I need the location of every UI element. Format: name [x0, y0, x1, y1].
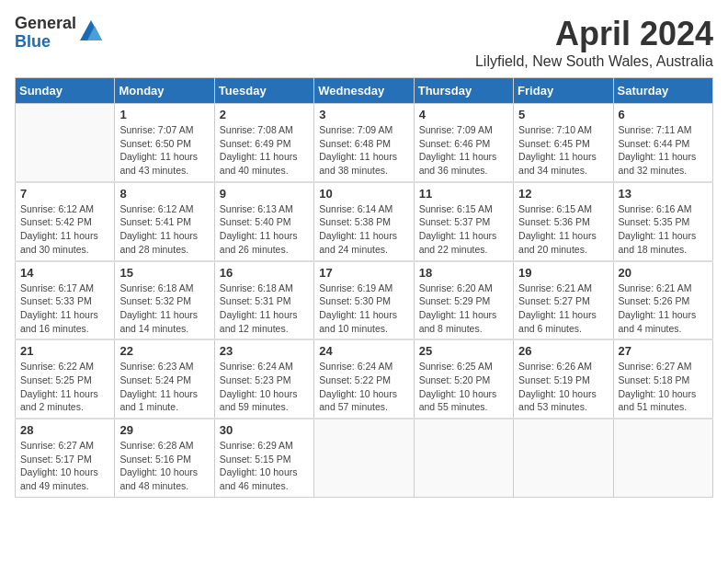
day-number: 16 [220, 266, 309, 280]
day-info: Sunrise: 6:18 AM Sunset: 5:32 PM Dayligh… [119, 282, 209, 336]
weekday-header-monday: Monday [115, 78, 214, 104]
calendar-table: SundayMondayTuesdayWednesdayThursdayFrid… [15, 77, 713, 498]
day-info: Sunrise: 6:13 AM Sunset: 5:40 PM Dayligh… [220, 202, 309, 257]
day-info: Sunrise: 6:23 AM Sunset: 5:24 PM Dayligh… [119, 360, 209, 414]
calendar-cell: 9Sunrise: 6:13 AM Sunset: 5:40 PM Daylig… [214, 182, 313, 261]
calendar-cell: 11Sunrise: 6:15 AM Sunset: 5:37 PM Dayli… [414, 182, 513, 261]
calendar-cell: 22Sunrise: 6:23 AM Sunset: 5:24 PM Dayli… [115, 339, 214, 419]
day-info: Sunrise: 6:22 AM Sunset: 5:25 PM Dayligh… [20, 360, 109, 414]
weekday-header-wednesday: Wednesday [314, 78, 414, 104]
calendar-cell [314, 419, 414, 497]
calendar-cell: 20Sunrise: 6:21 AM Sunset: 5:26 PM Dayli… [613, 261, 712, 340]
day-info: Sunrise: 6:24 AM Sunset: 5:23 PM Dayligh… [220, 360, 309, 414]
day-number: 1 [119, 108, 209, 121]
day-number: 30 [220, 423, 309, 437]
day-info: Sunrise: 7:09 AM Sunset: 6:46 PM Dayligh… [419, 123, 508, 178]
logo-blue-text: Blue [15, 33, 76, 52]
day-info: Sunrise: 6:12 AM Sunset: 5:42 PM Dayligh… [20, 202, 109, 257]
calendar-cell: 28Sunrise: 6:27 AM Sunset: 5:17 PM Dayli… [16, 419, 115, 497]
day-info: Sunrise: 6:25 AM Sunset: 5:20 PM Dayligh… [419, 360, 508, 414]
calendar-cell: 12Sunrise: 6:15 AM Sunset: 5:36 PM Dayli… [514, 182, 613, 261]
logo-general-text: General [15, 15, 76, 33]
day-info: Sunrise: 6:17 AM Sunset: 5:33 PM Dayligh… [20, 282, 109, 336]
title-section: April 2024 Lilyfield, New South Wales, A… [475, 15, 713, 70]
day-number: 19 [518, 266, 608, 280]
calendar-cell: 3Sunrise: 7:09 AM Sunset: 6:48 PM Daylig… [314, 104, 414, 182]
day-info: Sunrise: 6:26 AM Sunset: 5:19 PM Dayligh… [518, 360, 608, 414]
day-number: 22 [119, 344, 209, 358]
day-info: Sunrise: 6:21 AM Sunset: 5:26 PM Dayligh… [619, 282, 708, 336]
day-number: 23 [220, 344, 309, 358]
day-info: Sunrise: 6:14 AM Sunset: 5:38 PM Dayligh… [319, 202, 408, 257]
day-info: Sunrise: 6:15 AM Sunset: 5:36 PM Dayligh… [518, 202, 608, 257]
page-header: General Blue April 2024 Lilyfield, New S… [15, 15, 713, 70]
day-number: 10 [319, 187, 408, 201]
day-info: Sunrise: 6:16 AM Sunset: 5:35 PM Dayligh… [619, 202, 708, 257]
calendar-cell: 4Sunrise: 7:09 AM Sunset: 6:46 PM Daylig… [414, 104, 513, 182]
day-number: 15 [119, 266, 209, 280]
day-info: Sunrise: 6:20 AM Sunset: 5:29 PM Dayligh… [419, 282, 508, 336]
day-number: 28 [20, 423, 109, 437]
day-number: 11 [419, 187, 508, 201]
calendar-cell: 30Sunrise: 6:29 AM Sunset: 5:15 PM Dayli… [214, 419, 313, 497]
calendar-week-row: 7Sunrise: 6:12 AM Sunset: 5:42 PM Daylig… [16, 182, 713, 261]
day-info: Sunrise: 6:21 AM Sunset: 5:27 PM Dayligh… [518, 282, 608, 336]
calendar-cell [514, 419, 613, 497]
calendar-cell: 15Sunrise: 6:18 AM Sunset: 5:32 PM Dayli… [115, 261, 214, 340]
day-number: 13 [619, 187, 708, 201]
calendar-cell: 6Sunrise: 7:11 AM Sunset: 6:44 PM Daylig… [613, 104, 712, 182]
weekday-header-sunday: Sunday [16, 78, 115, 104]
day-info: Sunrise: 6:28 AM Sunset: 5:16 PM Dayligh… [119, 439, 209, 493]
calendar-subtitle: Lilyfield, New South Wales, Australia [475, 53, 713, 70]
day-info: Sunrise: 7:07 AM Sunset: 6:50 PM Dayligh… [119, 123, 209, 178]
calendar-cell: 5Sunrise: 7:10 AM Sunset: 6:45 PM Daylig… [514, 104, 613, 182]
day-info: Sunrise: 7:08 AM Sunset: 6:49 PM Dayligh… [220, 123, 309, 178]
calendar-cell: 27Sunrise: 6:27 AM Sunset: 5:18 PM Dayli… [613, 339, 712, 419]
day-number: 27 [619, 344, 708, 358]
day-number: 18 [419, 266, 508, 280]
day-info: Sunrise: 6:12 AM Sunset: 5:41 PM Dayligh… [119, 202, 209, 257]
day-number: 12 [518, 187, 608, 201]
day-info: Sunrise: 6:24 AM Sunset: 5:22 PM Dayligh… [319, 360, 408, 414]
calendar-cell: 21Sunrise: 6:22 AM Sunset: 5:25 PM Dayli… [16, 339, 115, 419]
day-info: Sunrise: 6:27 AM Sunset: 5:18 PM Dayligh… [619, 360, 708, 414]
calendar-cell: 8Sunrise: 6:12 AM Sunset: 5:41 PM Daylig… [115, 182, 214, 261]
day-info: Sunrise: 7:09 AM Sunset: 6:48 PM Dayligh… [319, 123, 408, 178]
calendar-week-row: 14Sunrise: 6:17 AM Sunset: 5:33 PM Dayli… [16, 261, 713, 340]
day-info: Sunrise: 7:11 AM Sunset: 6:44 PM Dayligh… [619, 123, 708, 178]
calendar-cell: 2Sunrise: 7:08 AM Sunset: 6:49 PM Daylig… [214, 104, 313, 182]
logo: General Blue [15, 15, 104, 52]
day-info: Sunrise: 6:15 AM Sunset: 5:37 PM Dayligh… [419, 202, 508, 257]
day-number: 5 [518, 108, 608, 121]
day-number: 21 [20, 344, 109, 358]
calendar-week-row: 21Sunrise: 6:22 AM Sunset: 5:25 PM Dayli… [16, 339, 713, 419]
calendar-title: April 2024 [475, 15, 713, 53]
day-number: 29 [119, 423, 209, 437]
day-number: 9 [220, 187, 309, 201]
logo-icon [78, 18, 104, 44]
day-number: 24 [319, 344, 408, 358]
calendar-cell: 7Sunrise: 6:12 AM Sunset: 5:42 PM Daylig… [16, 182, 115, 261]
calendar-cell: 24Sunrise: 6:24 AM Sunset: 5:22 PM Dayli… [314, 339, 414, 419]
weekday-header-tuesday: Tuesday [214, 78, 313, 104]
calendar-week-row: 28Sunrise: 6:27 AM Sunset: 5:17 PM Dayli… [16, 419, 713, 497]
day-number: 3 [319, 108, 408, 121]
day-info: Sunrise: 7:10 AM Sunset: 6:45 PM Dayligh… [518, 123, 608, 178]
calendar-cell: 26Sunrise: 6:26 AM Sunset: 5:19 PM Dayli… [514, 339, 613, 419]
calendar-cell: 16Sunrise: 6:18 AM Sunset: 5:31 PM Dayli… [214, 261, 313, 340]
day-number: 25 [419, 344, 508, 358]
weekday-header-saturday: Saturday [613, 78, 712, 104]
day-number: 6 [619, 108, 708, 121]
calendar-cell: 29Sunrise: 6:28 AM Sunset: 5:16 PM Dayli… [115, 419, 214, 497]
day-info: Sunrise: 6:19 AM Sunset: 5:30 PM Dayligh… [319, 282, 408, 336]
day-info: Sunrise: 6:29 AM Sunset: 5:15 PM Dayligh… [220, 439, 309, 493]
calendar-cell: 17Sunrise: 6:19 AM Sunset: 5:30 PM Dayli… [314, 261, 414, 340]
day-number: 26 [518, 344, 608, 358]
calendar-cell: 23Sunrise: 6:24 AM Sunset: 5:23 PM Dayli… [214, 339, 313, 419]
weekday-header-friday: Friday [514, 78, 613, 104]
day-number: 8 [119, 187, 209, 201]
day-number: 2 [220, 108, 309, 121]
day-info: Sunrise: 6:27 AM Sunset: 5:17 PM Dayligh… [20, 439, 109, 493]
day-number: 7 [20, 187, 109, 201]
calendar-cell: 25Sunrise: 6:25 AM Sunset: 5:20 PM Dayli… [414, 339, 513, 419]
